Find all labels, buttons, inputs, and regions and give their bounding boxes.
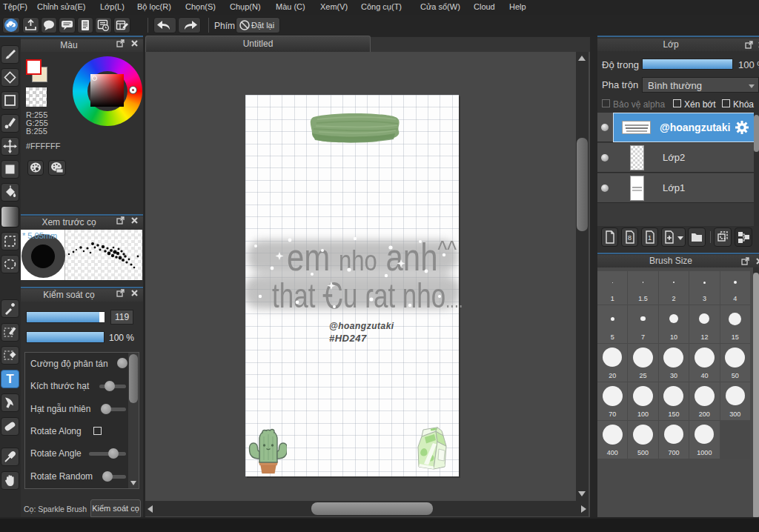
svg-text:1: 1 bbox=[648, 234, 652, 242]
svg-text:8: 8 bbox=[628, 234, 632, 242]
